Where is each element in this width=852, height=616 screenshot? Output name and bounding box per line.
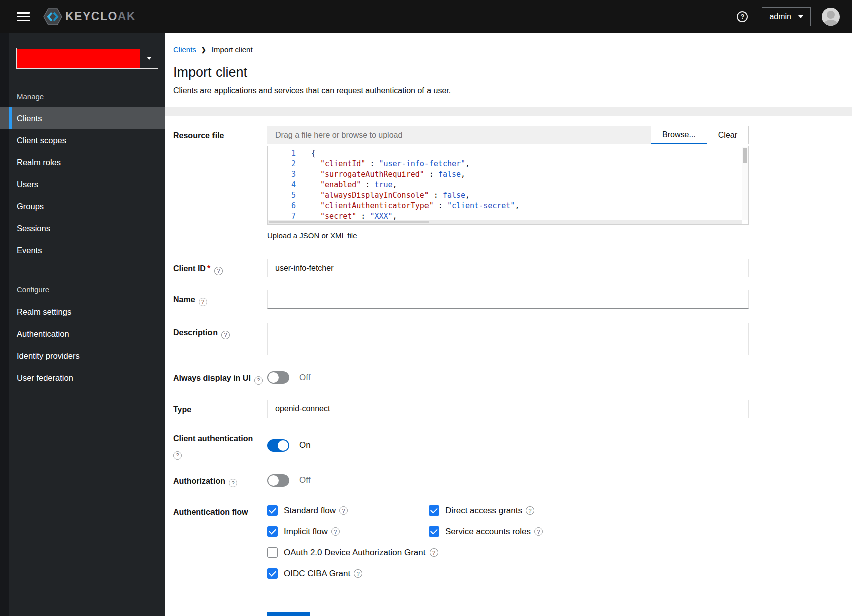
user-dropdown-label: admin	[769, 12, 791, 21]
client-id-row: Client ID*?	[173, 259, 852, 277]
sidebar-item-authentication[interactable]: Authentication	[9, 323, 165, 345]
checkbox-unchecked-icon[interactable]	[267, 547, 278, 558]
resource-file-label: Resource file	[173, 126, 267, 259]
checkbox-checked-icon[interactable]	[429, 526, 439, 537]
line-number: 6	[268, 201, 305, 211]
hamburger-menu-icon[interactable]	[17, 12, 30, 21]
type-row: Type	[173, 400, 852, 418]
code-line: 5 "alwaysDisplayInConsole" : false,	[268, 190, 748, 201]
client-auth-toggle[interactable]	[267, 439, 289, 452]
always-display-row: Always display in UI? Off	[173, 368, 852, 385]
sidebar-item-realm-roles[interactable]: Realm roles	[9, 151, 165, 173]
checkbox-label: Service accounts roles	[445, 527, 531, 537]
toggle-state-label: Off	[299, 373, 310, 383]
resource-file-row: Resource file Browse... Clear 1{2 "clien…	[173, 126, 852, 259]
help-icon[interactable]: ?	[254, 376, 263, 385]
help-icon[interactable]: ?	[214, 267, 223, 275]
checkbox-label: OAuth 2.0 Device Authorization Grant	[284, 548, 426, 558]
sidebar-item-identity-providers[interactable]: Identity providers	[9, 345, 165, 367]
upload-helper-text: Upload a JSON or XML file	[267, 231, 749, 240]
breadcrumb: Clients ❯ Import client	[173, 45, 832, 54]
line-number: 1	[268, 148, 305, 159]
editor-horizontal-scrollbar[interactable]	[268, 220, 742, 224]
realm-selector[interactable]	[16, 48, 158, 69]
nav-section-title: Manage	[9, 81, 165, 107]
help-icon[interactable]: ?	[331, 527, 340, 536]
code-editor-lines: 1{2 "clientId" : "user-info-fetcher",3 "…	[268, 146, 748, 222]
file-upload-input[interactable]	[267, 126, 651, 144]
editor-vertical-scrollbar[interactable]	[742, 147, 748, 220]
checkbox-checked-icon[interactable]	[267, 526, 278, 537]
line-number: 4	[268, 180, 305, 190]
name-input[interactable]	[267, 290, 749, 309]
code-line: 2 "clientId" : "user-info-fetcher",	[268, 159, 748, 169]
authorization-toggle[interactable]	[267, 474, 289, 487]
always-display-toggle[interactable]	[267, 371, 289, 384]
help-icon[interactable]: ?	[354, 569, 362, 578]
avatar[interactable]	[822, 8, 840, 26]
code-line: 3 "surrogateAuthRequired" : false,	[268, 169, 748, 180]
form-actions: Save Cancel	[267, 612, 852, 616]
name-label: Name?	[173, 290, 267, 309]
description-textarea[interactable]	[267, 323, 749, 355]
code-editor[interactable]: 1{2 "clientId" : "user-info-fetcher",3 "…	[267, 146, 749, 225]
save-button[interactable]: Save	[267, 612, 310, 616]
help-icon[interactable]: ?	[526, 506, 534, 515]
sidebar-item-client-scopes[interactable]: Client scopes	[9, 129, 165, 151]
sidebar-item-users[interactable]: Users	[9, 173, 165, 195]
browse-button[interactable]: Browse...	[651, 126, 707, 144]
checkbox-oauth-2-0-device-authorization-grant[interactable]: OAuth 2.0 Device Authorization Grant?	[267, 547, 749, 558]
client-auth-label: Client authentication ?	[173, 429, 267, 460]
checkbox-checked-icon[interactable]	[267, 505, 278, 516]
help-icon[interactable]: ?	[534, 527, 543, 536]
chevron-right-icon: ❯	[201, 46, 206, 53]
realm-name-redacted	[17, 49, 140, 68]
sidebar-item-sessions[interactable]: Sessions	[9, 217, 165, 239]
help-icon[interactable]: ?	[229, 479, 237, 487]
client-auth-row: Client authentication ? On	[173, 429, 852, 460]
breadcrumb-current: Import client	[211, 45, 253, 54]
authorization-label: Authorization?	[173, 471, 267, 488]
chevron-down-icon	[798, 15, 803, 18]
checkbox-standard-flow[interactable]: Standard flow?	[267, 505, 429, 516]
sidebar-item-realm-settings[interactable]: Realm settings	[9, 300, 165, 323]
sidebar-item-user-federation[interactable]: User federation	[9, 367, 165, 389]
auth-flow-label: Authentication flow	[173, 502, 267, 579]
keycloak-hexagon-icon	[43, 8, 62, 26]
client-id-input[interactable]	[267, 259, 749, 277]
checkbox-checked-icon[interactable]	[429, 505, 439, 516]
checkbox-implicit-flow[interactable]: Implicit flow?	[267, 526, 429, 537]
description-label: Description?	[173, 323, 267, 357]
checkbox-oidc-ciba-grant[interactable]: OIDC CIBA Grant?	[267, 568, 749, 579]
sidebar-item-groups[interactable]: Groups	[9, 195, 165, 217]
user-dropdown[interactable]: admin	[762, 7, 811, 26]
code-line: 6 "clientAuthenticatorType" : "client-se…	[268, 201, 748, 211]
description-row: Description?	[173, 323, 852, 357]
required-asterisk: *	[207, 264, 210, 273]
help-icon[interactable]: ?	[221, 331, 230, 339]
help-icon[interactable]: ?	[430, 548, 438, 557]
client-id-label: Client ID*?	[173, 259, 267, 277]
help-icon[interactable]: ?	[339, 506, 348, 515]
help-icon[interactable]: ?	[737, 11, 748, 22]
chevron-down-icon	[141, 48, 158, 68]
help-icon[interactable]: ?	[199, 298, 207, 306]
page-header: Clients ❯ Import client Import client Cl…	[165, 33, 852, 95]
sidebar-item-clients[interactable]: Clients	[0, 107, 165, 129]
checkbox-service-accounts-roles[interactable]: Service accounts roles?	[429, 526, 749, 537]
type-input[interactable]	[267, 400, 749, 418]
checkbox-label: Standard flow	[284, 506, 336, 516]
help-icon[interactable]: ?	[173, 451, 182, 460]
checkbox-direct-access-grants[interactable]: Direct access grants?	[429, 505, 749, 516]
clear-button[interactable]: Clear	[707, 126, 749, 144]
sidebar-item-events[interactable]: Events	[9, 239, 165, 261]
name-row: Name?	[173, 290, 852, 309]
file-upload-group: Browse... Clear	[267, 126, 749, 144]
toggle-state-label: On	[299, 440, 311, 450]
page-subtitle: Clients are applications and services th…	[173, 86, 832, 95]
breadcrumb-clients-link[interactable]: Clients	[173, 45, 196, 54]
authorization-row: Authorization? Off	[173, 471, 852, 488]
type-label: Type	[173, 400, 267, 418]
checkbox-checked-icon[interactable]	[267, 568, 278, 579]
line-number: 5	[268, 190, 305, 201]
